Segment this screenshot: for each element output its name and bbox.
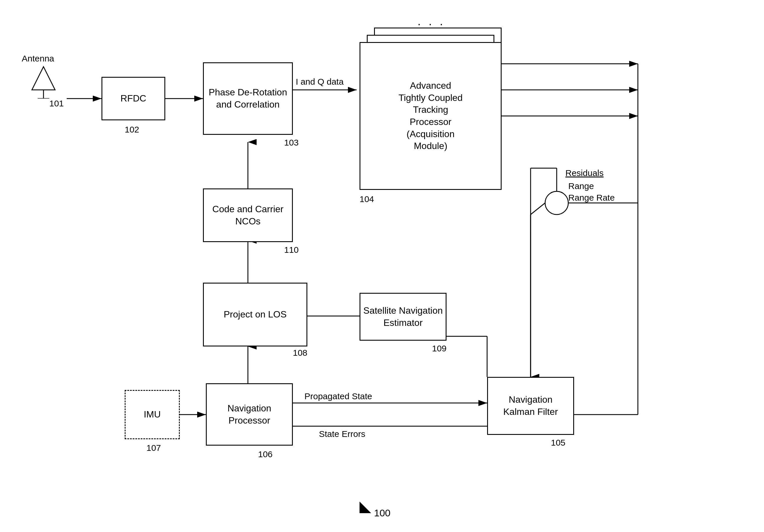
sat-nav-estimator-number: 109 [432, 344, 447, 353]
diagram-pointer [357, 502, 374, 517]
project-los-block: Project on LOS [203, 283, 307, 346]
svg-marker-33 [359, 502, 371, 513]
antenna-symbol [29, 64, 58, 98]
nav-processor-block: Navigation Processor [206, 383, 293, 445]
phase-derotation-number: 103 [284, 138, 298, 148]
range-rate-label: Range Rate [568, 193, 615, 203]
antenna-label: Antenna [22, 54, 54, 64]
residuals-label: Residuals [565, 168, 604, 178]
imu-number: 107 [146, 443, 161, 453]
atctp-block: Advanced Tightly Coupled Tracking Proces… [359, 42, 501, 190]
range-label: Range [568, 181, 594, 191]
antenna-number: 101 [49, 98, 64, 108]
phase-derotation-block: Phase De-Rotation and Correlation [203, 62, 293, 135]
atctp-number: 104 [359, 194, 374, 204]
nav-processor-number: 106 [258, 449, 273, 459]
state-errors-label: State Errors [319, 429, 365, 439]
propagated-state-label: Propagated State [304, 391, 372, 401]
stack-dots: · · · [418, 17, 445, 30]
svg-marker-30 [32, 67, 55, 90]
i-and-q-label: I and Q data [296, 77, 344, 87]
svg-line-25 [531, 203, 545, 215]
code-carrier-block: Code and Carrier NCOs [203, 188, 293, 242]
nav-kalman-number: 105 [551, 438, 565, 447]
svg-point-23 [545, 191, 568, 215]
rfdc-number: 102 [125, 125, 139, 134]
rfdc-block: RFDC [101, 77, 165, 120]
nav-kalman-block: Navigation Kalman Filter [487, 377, 574, 435]
sat-nav-estimator-block: Satellite Navigation Estimator [359, 293, 447, 341]
project-los-number: 108 [293, 348, 307, 358]
code-carrier-number: 110 [284, 245, 298, 255]
diagram-number: 100 [374, 507, 391, 519]
imu-block: IMU [125, 390, 180, 439]
